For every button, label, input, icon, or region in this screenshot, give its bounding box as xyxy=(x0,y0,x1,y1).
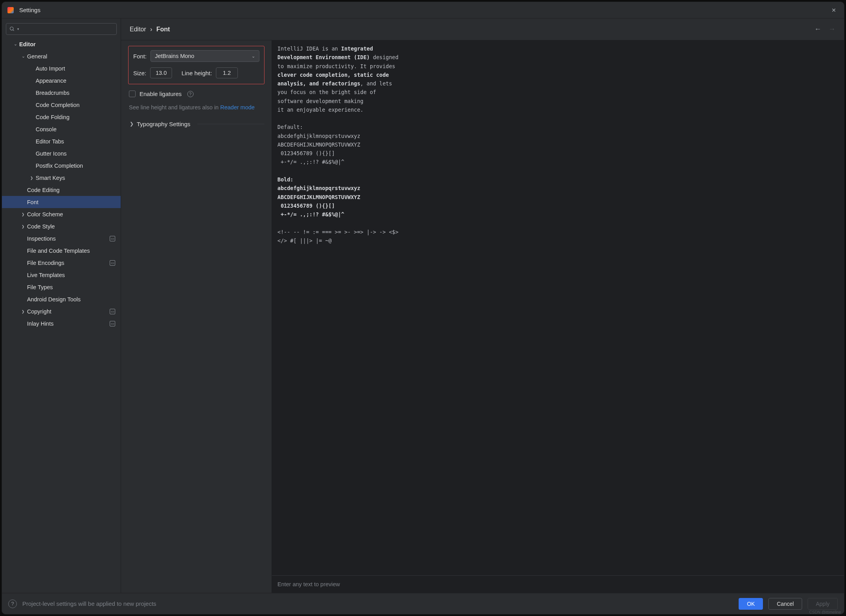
chevron-right-icon: ❯ xyxy=(130,121,134,127)
sidebar-item-postfix-completion[interactable]: Postfix Completion xyxy=(2,159,121,172)
chevron-down-icon: ⌄ xyxy=(252,54,255,59)
search-input[interactable]: ▾ xyxy=(6,23,117,35)
window-title: Settings xyxy=(19,7,40,13)
sidebar-item-gutter-icons[interactable]: Gutter Icons xyxy=(2,147,121,159)
sidebar-item-label: Breadcrumbs xyxy=(36,90,115,96)
sidebar-item-label: General xyxy=(27,53,115,60)
chevron-right-icon: ❯ xyxy=(19,310,27,313)
app-icon xyxy=(7,7,14,13)
sidebar-item-general[interactable]: ⌄General xyxy=(2,50,121,62)
sidebar-item-smart-keys[interactable]: ❯Smart Keys xyxy=(2,172,121,184)
help-icon[interactable]: ? xyxy=(187,91,194,97)
sidebar-item-label: Android Design Tools xyxy=(27,296,115,303)
sidebar-item-label: Live Templates xyxy=(27,272,115,278)
font-select-value: JetBrains Mono xyxy=(155,53,194,59)
sidebar-item-label: Code Folding xyxy=(36,114,115,120)
sidebar-item-label: Inspections xyxy=(27,236,110,242)
sidebar-item-label: Color Scheme xyxy=(27,211,115,217)
sidebar-item-copyright[interactable]: ❯Copyright▭ xyxy=(2,305,121,317)
chevron-right-icon: ❯ xyxy=(19,212,27,216)
sidebar-item-label: File and Code Templates xyxy=(27,248,115,254)
line-height-label: Line height: xyxy=(181,70,212,76)
reader-mode-link[interactable]: Reader mode xyxy=(220,104,255,111)
chevron-down-icon: ▾ xyxy=(17,27,19,31)
sidebar-item-label: Appearance xyxy=(36,78,115,84)
sidebar-item-label: Gutter Icons xyxy=(36,150,115,157)
font-preview: IntelliJ IDEA is an Integrated Developme… xyxy=(272,40,502,365)
chevron-down-icon: ⌄ xyxy=(11,42,19,47)
sidebar-item-label: Inlay Hints xyxy=(27,321,110,327)
chevron-right-icon: ❯ xyxy=(28,176,36,180)
size-label: Size: xyxy=(133,70,146,76)
svg-point-0 xyxy=(10,27,13,30)
sidebar-item-label: Copyright xyxy=(27,308,110,315)
sidebar-item-inlay-hints[interactable]: Inlay Hints▭ xyxy=(2,317,121,330)
font-settings-highlight: Font: JetBrains Mono ⌄ Size: 13.0 Line h… xyxy=(128,46,264,84)
sidebar-item-breadcrumbs[interactable]: Breadcrumbs xyxy=(2,87,121,99)
breadcrumb-separator: › xyxy=(150,26,152,33)
sidebar-item-code-completion[interactable]: Code Completion xyxy=(2,99,121,111)
chevron-right-icon: ❯ xyxy=(19,225,27,228)
sidebar-item-font[interactable]: Font xyxy=(2,196,121,208)
sidebar-item-code-editing[interactable]: Code Editing xyxy=(2,184,121,196)
sidebar-item-label: Code Completion xyxy=(36,102,115,108)
font-select[interactable]: JetBrains Mono ⌄ xyxy=(150,50,259,62)
enable-ligatures-label: Enable ligatures xyxy=(139,91,182,97)
breadcrumb-parent: Editor xyxy=(130,26,146,33)
sidebar-item-editor-tabs[interactable]: Editor Tabs xyxy=(2,135,121,147)
typography-settings-label: Typography Settings xyxy=(137,121,190,127)
enable-ligatures-checkbox[interactable] xyxy=(129,91,136,97)
sidebar-item-console[interactable]: Console xyxy=(2,123,121,135)
project-level-badge-icon: ▭ xyxy=(110,309,115,314)
sidebar-item-editor[interactable]: ⌄Editor xyxy=(2,38,121,50)
sidebar-item-file-encodings[interactable]: File Encodings▭ xyxy=(2,257,121,269)
sidebar-item-label: Console xyxy=(36,126,115,132)
line-height-input[interactable]: 1.2 xyxy=(216,67,238,78)
sidebar-item-color-scheme[interactable]: ❯Color Scheme xyxy=(2,208,121,220)
sidebar-item-label: Editor Tabs xyxy=(36,138,115,145)
sidebar-item-code-folding[interactable]: Code Folding xyxy=(2,111,121,123)
chevron-down-icon: ⌄ xyxy=(19,54,27,59)
breadcrumb-leaf: Font xyxy=(156,26,170,33)
sidebar-item-label: Editor xyxy=(19,41,115,47)
typography-settings-expander[interactable]: ❯ Typography Settings xyxy=(130,121,264,127)
font-label: Font: xyxy=(133,53,147,60)
sidebar-item-label: File Encodings xyxy=(27,260,110,266)
sidebar-item-label: Code Editing xyxy=(27,187,115,193)
sidebar-item-auto-import[interactable]: Auto Import xyxy=(2,62,121,74)
project-level-badge-icon: ▭ xyxy=(110,260,115,266)
project-level-badge-icon: ▭ xyxy=(110,321,115,326)
sidebar-item-live-templates[interactable]: Live Templates xyxy=(2,269,121,281)
sidebar-item-appearance[interactable]: Appearance xyxy=(2,74,121,87)
sidebar-item-label: Postfix Completion xyxy=(36,163,115,169)
size-input[interactable]: 13.0 xyxy=(150,67,172,78)
search-icon xyxy=(9,26,15,32)
svg-line-1 xyxy=(13,30,14,31)
sidebar-item-file-and-code-templates[interactable]: File and Code Templates xyxy=(2,245,121,257)
sidebar-item-label: Font xyxy=(27,199,115,205)
sidebar-item-label: Code Style xyxy=(27,223,115,230)
reader-mode-hint: See line height and ligatures also in Re… xyxy=(129,103,264,112)
sidebar-item-label: File Types xyxy=(27,284,115,290)
sidebar-item-code-style[interactable]: ❯Code Style xyxy=(2,220,121,232)
sidebar-item-file-types[interactable]: File Types xyxy=(2,281,121,293)
sidebar-item-android-design-tools[interactable]: Android Design Tools xyxy=(2,293,121,305)
project-level-badge-icon: ▭ xyxy=(110,236,115,241)
sidebar-item-label: Auto Import xyxy=(36,65,115,72)
sidebar-item-label: Smart Keys xyxy=(36,175,115,181)
breadcrumb: Editor › Font xyxy=(130,26,170,33)
sidebar-item-inspections[interactable]: Inspections▭ xyxy=(2,232,121,245)
settings-tree[interactable]: ⌄Editor⌄GeneralAuto ImportAppearanceBrea… xyxy=(2,38,121,365)
